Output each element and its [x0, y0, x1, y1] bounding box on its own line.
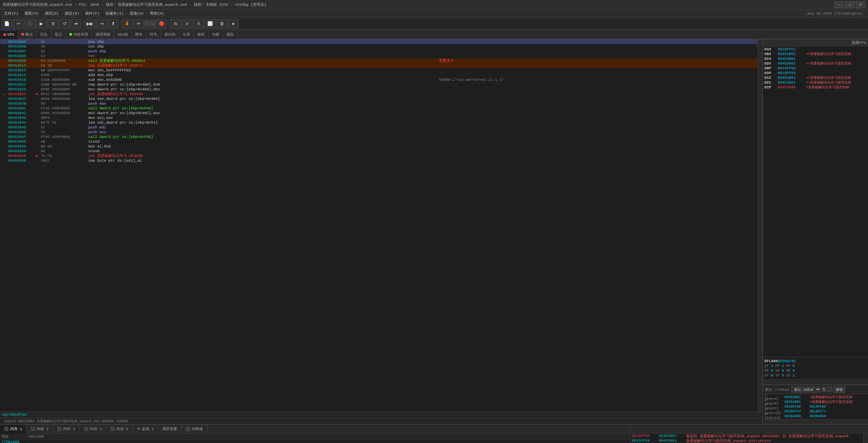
call-conv-select[interactable]: 默认（stdcal — [791, 387, 821, 392]
tab-log[interactable]: 日志 — [37, 30, 51, 39]
tb-font[interactable]: A — [193, 19, 204, 29]
disasm-row[interactable]: 0045301B 81EB 00300500 sub ebx,0x53000 5… — [0, 77, 758, 82]
mem-tab-struct[interactable]: ⬛结构体 — [182, 425, 207, 433]
tab-breakpoints[interactable]: 断点 — [18, 30, 37, 39]
stack-data-row[interactable]: 0019FF50 00453007 返回到 吾爱破解论坛学习脱壳实例_aspac… — [630, 433, 863, 438]
tb-help[interactable]: ● — [228, 19, 239, 29]
memory-row[interactable]: 775B1000 — [0, 440, 630, 443]
tab-trace[interactable]: 跟踪 — [223, 30, 238, 39]
minimize-button[interactable]: ─ — [834, 1, 844, 8]
disasm-row[interactable]: → 0045300A 5D pop ebp — [0, 39, 758, 44]
reg-bottom-scroll[interactable] — [763, 419, 868, 424]
mem-tab-locals[interactable]: 局部变量 — [158, 425, 182, 433]
tb-stepinto[interactable]: ↺ — [59, 19, 70, 29]
tb-patch[interactable]: 🔴 — [156, 19, 167, 29]
disasm-row[interactable]: 0045300B 45 inc ebp — [0, 44, 758, 49]
disasm-row[interactable]: 0045300D C3 ret — [0, 54, 758, 58]
disasm-row[interactable]: 0045304A 8D7D 51 lea edi,dword ptr ss:[e… — [0, 120, 758, 125]
flags-row1: ZF1 PF1 AF0 — [764, 364, 867, 368]
disasm-row[interactable]: 0045304F FF95 A50F0000 call dword ptr ss… — [0, 135, 758, 139]
mem-tab-3[interactable]: ⬛内存 3 — [53, 425, 79, 433]
tb-stepover[interactable]: ➡ — [71, 19, 81, 29]
menu-view[interactable]: 视图(V) — [22, 10, 41, 17]
menu-plugin[interactable]: 插件(P) — [82, 10, 102, 17]
tb-new[interactable]: 📄 — [1, 19, 12, 29]
disasm-row[interactable]: 0045301A 03DD add ebx,ebp — [0, 73, 758, 77]
menu-help[interactable]: 帮助(H) — [147, 10, 167, 17]
maximize-button[interactable]: □ — [845, 1, 854, 8]
stack-data-row[interactable]: 0019FF54 00453001 吾爱破解论坛学习脱壳实例_aspack.En… — [630, 438, 863, 443]
tb-restart[interactable]: ⬛ — [24, 19, 35, 29]
memory-tabs: ⬛内存 1 ⬛内存 2 ⬛内存 3 ⬛内存 4 ⬛内存 5 👁监视 1 局部变量… — [0, 425, 630, 433]
disasm-row[interactable]: 00453029 899D 88040000 mov dword ptr ss:… — [0, 87, 758, 92]
comment-cell — [438, 63, 758, 68]
tab-notes[interactable]: 笔记 — [51, 30, 66, 39]
call-arg-count[interactable] — [822, 387, 832, 392]
close-button[interactable]: ✕ — [856, 1, 865, 8]
disasm-row[interactable]: 00453022 83BD 88040000 00 cmp dword ptr … — [0, 82, 758, 87]
unlock-button[interactable]: 解锁 — [834, 387, 845, 393]
tab-memory-map[interactable]: 内存布局 — [66, 30, 92, 39]
disasm-row[interactable]: 0045300E E8 01000000 call 吾爱破解论坛学习.45301… — [0, 58, 758, 63]
disasm-row[interactable]: 00453013 EB 5D jmp 吾爱破解论坛学习.453072 — [0, 63, 758, 68]
mem-tab-4[interactable]: ⬛内存 4 — [80, 425, 106, 433]
tab-script[interactable]: 脚本 — [132, 30, 146, 39]
disasm-row[interactable]: 0045303C FF95 A90F0000 call dword ptr ss… — [0, 106, 758, 111]
mem-tab-watch1[interactable]: 👁监视 1 — [133, 425, 158, 433]
disasm-row[interactable]: 00453048 8BF0 mov esi,eax — [0, 116, 758, 120]
tb-addr[interactable]: ⬜ — [205, 19, 216, 29]
disasm-row[interactable]: 0045300C 55 push ebp — [0, 49, 758, 54]
tb-run[interactable]: ▶ — [36, 19, 47, 29]
tab-callstack[interactable]: 调用堆栈 — [92, 30, 114, 39]
disasm-vscroll[interactable] — [758, 39, 762, 412]
disasm-row[interactable]: 00453059 ● 75 FD jne 吾爱破解论坛学习.453058 — [0, 154, 758, 158]
menu-file[interactable]: 文件(F) — [1, 10, 21, 17]
tab-seh[interactable]: SEH链 — [114, 30, 132, 39]
instr-cell: pop ebp — [87, 39, 438, 44]
mem-tab-5[interactable]: ⬛内存 5 — [106, 425, 133, 433]
tb-hash[interactable]: # — [182, 19, 192, 29]
disasm-area[interactable]: → 0045300A 5D pop ebp 0045300B 45 inc eb… — [0, 39, 762, 412]
disasm-row[interactable]: 00453035 8D85 94040000 lea eax,dword ptr… — [0, 96, 758, 101]
disasm-row[interactable]: 00453058 AE scasb — [0, 149, 758, 154]
menu-trace[interactable]: 跟踪(N) — [62, 10, 82, 17]
disasm-row[interactable]: 0045303B 50 push eax — [0, 101, 758, 106]
tab-ref[interactable]: 引用 — [179, 30, 194, 39]
disasm-row[interactable]: 00453055 AB stosd — [0, 139, 758, 144]
disasm-row[interactable]: 00453015 BB EDFFFFFFFF mov ebx,0xFFFFFFF… — [0, 68, 758, 73]
bp-cell — [34, 73, 39, 77]
tb-fx[interactable]: fx — [170, 19, 181, 29]
tb-open[interactable]: ↩ — [13, 19, 24, 29]
tab-trace-label: 跟踪 — [226, 32, 234, 37]
memory-content[interactable]: 775B1000 775B1040 "$. *. 775B1080 775B11… — [0, 440, 630, 443]
mem-tab-1[interactable]: ⬛内存 1 — [0, 425, 26, 433]
tab-cpu[interactable]: CPU — [0, 30, 18, 39]
menu-options[interactable]: 选项(O) — [127, 10, 147, 17]
reg-hscroll[interactable] — [763, 380, 868, 385]
disasm-row[interactable]: 0045304D 57 push edi — [0, 125, 758, 130]
menu-debug[interactable]: 调试(D) — [42, 10, 62, 17]
tb-bp[interactable]: 4 — [122, 19, 132, 29]
disasm-row[interactable]: 0045305B 3807 cmp byte ptr ds:[edi],al — [0, 158, 758, 163]
stack-data-col: 0019FF50 00453007 返回到 吾爱破解论坛学习脱壳实例_aspac… — [630, 433, 863, 443]
tab-symbols[interactable]: 符号 — [146, 30, 161, 39]
disasm-row[interactable]: 00453056 B0 00 mov al,0x0 — [0, 144, 758, 149]
tb-trash[interactable]: 🗑 — [216, 19, 227, 29]
tb-nop[interactable]: ⬛⬛ — [145, 19, 155, 29]
addr-cell: 00453013 — [7, 63, 34, 68]
arrow-cell — [0, 58, 7, 63]
menu-favorites[interactable]: 收藏夹(I) — [103, 10, 126, 17]
tab-threads[interactable]: 线程 — [194, 30, 208, 39]
tb-pencil[interactable]: ✏ — [133, 19, 144, 29]
disasm-row[interactable]: 0045304E 56 push esi — [0, 130, 758, 135]
tb-run3[interactable]: ⬆ — [108, 19, 118, 29]
tab-source[interactable]: 源代码 — [161, 30, 179, 39]
disasm-row[interactable]: 00453042 8985 8C040000 mov dword ptr ss:… — [0, 111, 758, 116]
mem-tab-2[interactable]: ⬛内存 2 — [26, 425, 53, 433]
tb-pause[interactable]: ⏸ — [48, 19, 58, 29]
tb-step3[interactable]: ⇥ — [96, 19, 107, 29]
tb-run2[interactable]: ▶▶ — [85, 19, 95, 29]
tab-handles[interactable]: 句柄 — [208, 30, 223, 39]
disasm-row[interactable]: ↘ 0045302F ● 0F85 CB030000 jne 吾爱破解论坛学习.… — [0, 92, 758, 96]
stack-vscroll[interactable] — [863, 433, 868, 443]
